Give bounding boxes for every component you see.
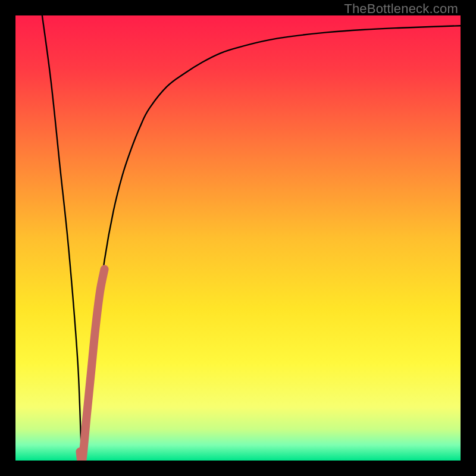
watermark-text: TheBottleneck.com	[344, 1, 458, 17]
chart-stage: TheBottleneck.com	[0, 0, 476, 476]
bottleneck-curve	[42, 15, 461, 461]
optimal-highlight	[80, 269, 104, 461]
curve-layer	[15, 15, 461, 461]
plot-area	[15, 15, 461, 461]
